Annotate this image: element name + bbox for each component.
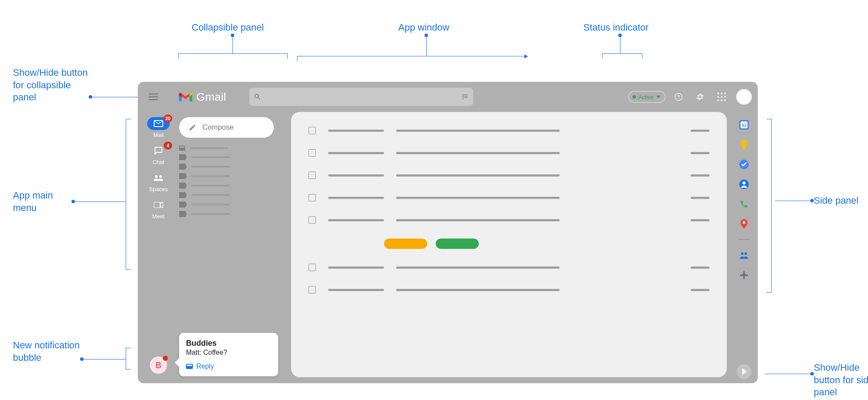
- groups-app-icon[interactable]: [739, 250, 749, 260]
- bubble-letter: B: [155, 360, 161, 370]
- side-panel: 31: [730, 112, 758, 383]
- side-panel-toggle[interactable]: [737, 364, 751, 379]
- calendar-app-icon[interactable]: 31: [739, 120, 749, 130]
- keep-app-icon[interactable]: [739, 140, 749, 150]
- anno-notif: New notification bubble: [13, 339, 82, 364]
- search-icon: [254, 93, 261, 101]
- rail-item-mail[interactable]: 20 Mail: [143, 117, 174, 143]
- svg-rect-7: [721, 96, 722, 98]
- status-label: Active: [639, 94, 654, 100]
- mail-badge: 20: [164, 115, 172, 122]
- popup-reply-button[interactable]: Reply: [186, 363, 271, 370]
- mail-row[interactable]: [308, 127, 710, 134]
- svg-point-24: [744, 252, 747, 255]
- label-icon: [179, 202, 187, 208]
- voice-app-icon[interactable]: [739, 199, 749, 209]
- mail-row[interactable]: [308, 264, 710, 271]
- rail-item-chat[interactable]: 4 Chat: [143, 144, 174, 170]
- rail-label: Meet: [152, 213, 165, 220]
- account-avatar[interactable]: [736, 89, 752, 105]
- anno-status: Status indicator: [583, 22, 649, 34]
- anno-hamburger: Show/Hide button for collapsible panel: [13, 67, 90, 104]
- folder-inbox[interactable]: [179, 146, 288, 151]
- chip-green: [436, 239, 479, 249]
- hamburger-button[interactable]: [144, 87, 163, 106]
- settings-button[interactable]: [691, 88, 709, 105]
- rail-item-meet[interactable]: Meet: [143, 198, 174, 224]
- svg-text:31: 31: [741, 123, 747, 128]
- mail-row[interactable]: [308, 216, 710, 224]
- checkbox[interactable]: [308, 127, 316, 134]
- svg-rect-4: [721, 93, 722, 94]
- pencil-icon: [189, 124, 196, 131]
- chat-badge: 4: [164, 142, 172, 149]
- folder-label[interactable]: [179, 173, 288, 179]
- tasks-app-icon[interactable]: [739, 159, 749, 170]
- svg-rect-26: [740, 275, 748, 276]
- label-icon: [179, 183, 187, 189]
- side-divider: [738, 239, 750, 240]
- gmail-app-frame: Gmail Active 20: [138, 82, 758, 383]
- popup-title: Buddies: [186, 339, 271, 348]
- spaces-icon: [154, 175, 163, 181]
- checkbox[interactable]: [308, 171, 316, 179]
- mail-chips: [384, 239, 710, 249]
- menu-icon: [149, 93, 158, 100]
- checkbox[interactable]: [308, 286, 316, 294]
- svg-rect-5: [724, 93, 726, 94]
- anno-side-panel: Side panel: [814, 195, 859, 207]
- chevron-down-icon: [656, 96, 660, 98]
- checkbox[interactable]: [308, 216, 316, 224]
- mail-row[interactable]: [308, 286, 710, 294]
- search-bar[interactable]: [249, 88, 473, 106]
- gear-icon: [695, 92, 705, 102]
- popup-message: Matt: Coffee?: [186, 349, 271, 357]
- svg-point-22: [743, 221, 745, 224]
- contacts-app-icon[interactable]: [739, 179, 749, 189]
- mail-row[interactable]: [308, 171, 710, 179]
- apps-button[interactable]: [713, 88, 730, 105]
- label-icon: [179, 154, 187, 160]
- folder-label[interactable]: [179, 164, 288, 170]
- mail-row[interactable]: [308, 194, 710, 202]
- notification-bubble-avatar[interactable]: B: [150, 357, 167, 374]
- folder-label[interactable]: [179, 202, 288, 208]
- add-app-icon[interactable]: [739, 270, 749, 280]
- help-button[interactable]: [670, 88, 687, 105]
- checkbox[interactable]: [308, 264, 316, 271]
- svg-rect-18: [743, 148, 745, 149]
- compose-label: Compose: [202, 123, 234, 132]
- reply-label: Reply: [196, 363, 214, 370]
- product-name: Gmail: [196, 90, 226, 104]
- bubble-dot-icon: [163, 356, 168, 361]
- help-icon: [674, 92, 683, 102]
- svg-rect-11: [724, 99, 726, 101]
- anno-main-menu: App main menu: [13, 189, 73, 214]
- folder-label[interactable]: [179, 192, 288, 198]
- checkbox[interactable]: [308, 194, 316, 202]
- app-window-main: [291, 112, 727, 377]
- tune-icon[interactable]: [461, 93, 469, 101]
- svg-point-12: [155, 175, 158, 178]
- folder-label[interactable]: [179, 183, 288, 189]
- label-icon: [179, 173, 187, 179]
- folder-label[interactable]: [179, 154, 288, 160]
- rail-item-spaces[interactable]: Spaces: [143, 171, 174, 197]
- status-chip[interactable]: Active: [628, 91, 666, 103]
- svg-rect-9: [717, 99, 719, 101]
- app-header: Gmail Active: [138, 82, 758, 112]
- active-dot-icon: [632, 95, 636, 99]
- chevron-right-icon: [741, 368, 747, 375]
- anno-app-window: App window: [398, 22, 450, 34]
- folder-label[interactable]: [179, 211, 288, 217]
- compose-button[interactable]: Compose: [179, 117, 274, 138]
- gmail-logo: Gmail: [178, 90, 226, 104]
- rail-label: Spaces: [149, 186, 167, 192]
- mail-row[interactable]: [308, 149, 710, 157]
- svg-rect-6: [717, 96, 719, 98]
- checkbox[interactable]: [308, 149, 316, 157]
- rail-label: Chat: [152, 159, 164, 165]
- collapsible-panel: Compose Buddies Matt: Coffee? Reply: [179, 112, 291, 383]
- maps-app-icon[interactable]: [739, 219, 749, 229]
- rail-label: Mail: [153, 132, 164, 138]
